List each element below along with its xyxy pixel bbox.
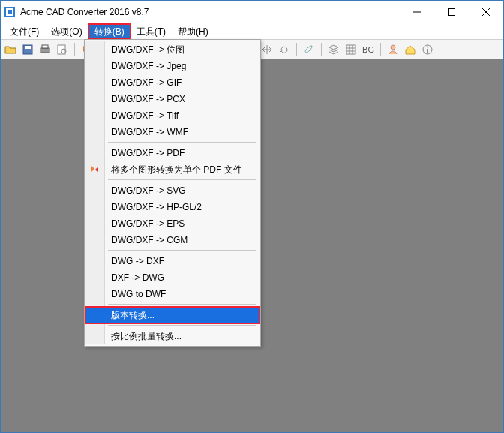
svg-rect-4	[448, 8, 455, 15]
dd-to-jpeg[interactable]: DWG/DXF -> Jpeg	[86, 58, 260, 74]
menu-convert[interactable]: 转换(B)	[88, 24, 130, 39]
dd-version-convert[interactable]: 版本转换...	[86, 307, 260, 323]
rotate-icon[interactable]	[278, 43, 291, 56]
background-button[interactable]: BG	[362, 43, 375, 56]
dd-label: DWG/DXF -> SVG	[111, 185, 186, 196]
layers-icon[interactable]	[327, 43, 340, 56]
dd-dwg-to-dwf[interactable]: DWG to DWF	[86, 286, 260, 302]
svg-rect-8	[25, 46, 31, 49]
preview-icon[interactable]	[56, 43, 69, 56]
info-icon[interactable]	[421, 43, 434, 56]
save-icon[interactable]	[21, 43, 34, 56]
app-window: Acme CAD Converter 2016 v8.7 文件(F) 选项(O)…	[0, 0, 504, 433]
svg-point-30	[427, 46, 428, 47]
dd-merge-pdf[interactable]: 将多个图形转换为单个 PDF 文件	[86, 161, 260, 178]
dd-label: DXF -> DWG	[111, 272, 164, 283]
print-icon[interactable]	[38, 43, 52, 56]
dd-label: DWG/DXF -> PDF	[111, 148, 184, 158]
window-title: Acme CAD Converter 2016 v8.7	[20, 7, 400, 17]
pdf-merge-icon	[89, 164, 101, 176]
dd-label: DWG/DXF -> Tiff	[111, 110, 178, 121]
menu-tools[interactable]: 工具(T)	[130, 24, 172, 39]
menubar: 文件(F) 选项(O) 转换(B) 工具(T) 帮助(H)	[1, 23, 503, 40]
titlebar: Acme CAD Converter 2016 v8.7	[1, 1, 503, 23]
dd-label: DWG -> DXF	[111, 256, 164, 266]
svg-rect-22	[346, 45, 356, 54]
convert-dropdown: DWG/DXF -> 位图 DWG/DXF -> Jpeg DWG/DXF ->…	[84, 39, 261, 347]
dd-label: DWG to DWF	[111, 289, 166, 299]
toolbar-separator	[296, 43, 297, 56]
maximize-button[interactable]	[434, 1, 469, 23]
toolbar-separator	[74, 43, 75, 56]
dd-dxf-to-dwg[interactable]: DXF -> DWG	[86, 269, 260, 286]
dd-to-hpgl2[interactable]: DWG/DXF -> HP-GL/2	[86, 199, 260, 215]
dd-to-tiff[interactable]: DWG/DXF -> Tiff	[86, 107, 260, 124]
minimize-button[interactable]	[400, 1, 434, 23]
dd-label: DWG/DXF -> Jpeg	[111, 61, 186, 71]
dd-label: DWG/DXF -> CGM	[111, 235, 188, 245]
dd-to-svg[interactable]: DWG/DXF -> SVG	[86, 182, 260, 199]
app-icon	[4, 6, 16, 18]
color-icon[interactable]	[302, 43, 316, 56]
dd-batch-scale-convert[interactable]: 按比例批量转换...	[86, 328, 260, 344]
dd-label: DWG/DXF -> 位图	[111, 44, 184, 56]
user-icon[interactable]	[386, 43, 400, 56]
dd-to-wmf[interactable]: DWG/DXF -> WMF	[86, 124, 260, 140]
dd-label: DWG/DXF -> HP-GL/2	[111, 202, 202, 212]
dd-label: DWG/DXF -> EPS	[111, 218, 184, 229]
dd-to-pcx[interactable]: DWG/DXF -> PCX	[86, 91, 260, 107]
toolbar-separator	[380, 43, 381, 56]
toolbar-separator	[321, 43, 322, 56]
dd-label: DWG/DXF -> PCX	[111, 94, 185, 104]
dd-label: DWG/DXF -> GIF	[111, 77, 182, 88]
svg-rect-10	[42, 45, 48, 48]
dd-to-bitmap[interactable]: DWG/DXF -> 位图	[86, 41, 260, 58]
dd-label: 版本转换...	[111, 309, 154, 322]
pan-icon[interactable]	[260, 43, 274, 56]
svg-rect-11	[58, 45, 65, 54]
home-icon[interactable]	[404, 43, 417, 56]
menu-file[interactable]: 文件(F)	[4, 24, 45, 39]
dd-label: 按比例批量转换...	[111, 330, 182, 343]
grid-icon[interactable]	[344, 43, 358, 56]
dd-dwg-to-dxf[interactable]: DWG -> DXF	[86, 253, 260, 269]
svg-point-27	[391, 45, 395, 50]
dd-to-eps[interactable]: DWG/DXF -> EPS	[86, 215, 260, 232]
dd-to-gif[interactable]: DWG/DXF -> GIF	[86, 74, 260, 91]
dd-label: DWG/DXF -> WMF	[111, 127, 188, 137]
menu-help[interactable]: 帮助(H)	[172, 24, 214, 39]
svg-rect-2	[8, 10, 12, 14]
open-icon[interactable]	[4, 43, 17, 56]
close-button[interactable]	[469, 1, 503, 23]
dd-to-cgm[interactable]: DWG/DXF -> CGM	[86, 232, 260, 248]
dd-label: 将多个图形转换为单个 PDF 文件	[111, 164, 242, 176]
svg-rect-9	[40, 48, 50, 53]
dd-to-pdf[interactable]: DWG/DXF -> PDF	[86, 145, 260, 161]
menu-options[interactable]: 选项(O)	[45, 24, 88, 39]
